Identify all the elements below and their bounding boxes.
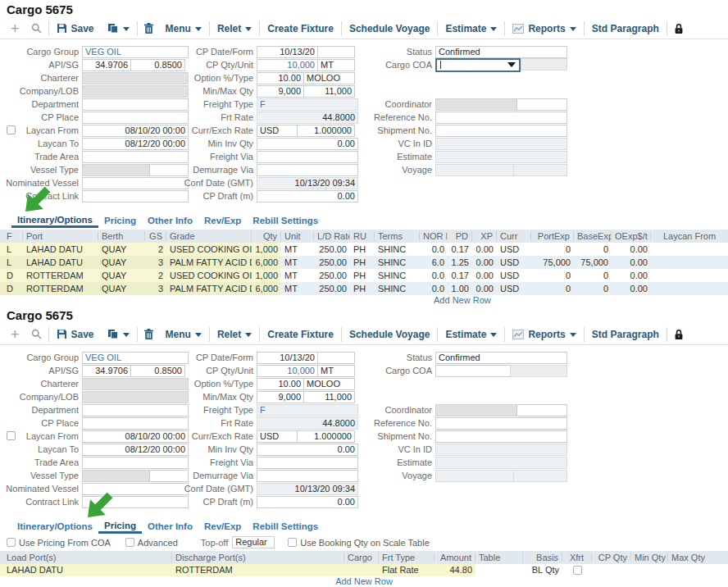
tab[interactable]: Rev/Exp	[198, 521, 247, 534]
advanced-checkbox[interactable]: Advanced	[125, 538, 178, 548]
column-header[interactable]: Table	[475, 553, 523, 562]
laycan-checkbox[interactable]	[7, 431, 16, 440]
cp-draft-input[interactable]: 0.00	[257, 496, 358, 508]
column-header[interactable]: Qty	[252, 231, 281, 241]
freight-via-input[interactable]	[257, 457, 358, 469]
use-booking-qty-checkbox[interactable]: Use Booking Qty on Scale Table	[288, 538, 430, 548]
save-button[interactable]: Save	[50, 23, 101, 34]
itinerary-row[interactable]: LLAHAD DATUQUAY3PALM FATTY ACID D6,000MT…	[0, 256, 728, 269]
cargo-coa-combobox[interactable]	[435, 58, 521, 72]
column-header[interactable]: BaseExp	[574, 231, 612, 241]
cargo-coa-input[interactable]	[435, 365, 511, 377]
column-header[interactable]: OExp$/t	[612, 231, 651, 241]
column-header[interactable]: F	[0, 231, 23, 241]
coordinator-extra-input[interactable]	[516, 98, 567, 111]
itinerary-row[interactable]: DROTTERDAMQUAY2USED COOKING OIL1,000MT25…	[0, 269, 728, 282]
menu-button[interactable]: Menu	[159, 23, 208, 34]
xfrt-checkbox[interactable]	[573, 566, 582, 575]
min-inv-qty-input[interactable]: 0.00	[257, 444, 358, 456]
add-button[interactable]: +	[5, 21, 25, 36]
column-header[interactable]: PortExp	[531, 231, 574, 241]
cp-date-input[interactable]: 10/13/20	[257, 352, 318, 364]
exch-rate-input[interactable]: 1.000000	[297, 430, 355, 443]
reports-button[interactable]: Reports	[506, 23, 582, 34]
search-button[interactable]	[25, 23, 48, 34]
add-button[interactable]: +	[5, 327, 25, 342]
cp-draft-input[interactable]: 0.00	[257, 190, 358, 202]
demurrage-via-input[interactable]	[257, 164, 358, 176]
tab[interactable]: Rebill Settings	[247, 521, 324, 534]
create-fixture-button[interactable]: Create Fixture	[261, 329, 340, 340]
reference-no-input[interactable]	[435, 417, 567, 430]
cp-form-input[interactable]	[317, 46, 355, 58]
min-inv-qty-input[interactable]: 0.00	[257, 138, 358, 150]
estimate-button[interactable]: Estimate	[439, 329, 503, 340]
reference-no-input[interactable]	[435, 111, 567, 124]
column-header[interactable]: PD	[448, 231, 472, 241]
column-header[interactable]: Berth	[98, 231, 145, 241]
cp-unit-input[interactable]: MT	[317, 59, 355, 71]
lock-button[interactable]	[668, 23, 689, 34]
option-pct-input[interactable]: 10.00	[257, 72, 304, 84]
cp-form-input[interactable]	[317, 352, 355, 364]
column-header[interactable]: Max Qty	[668, 553, 708, 562]
column-header[interactable]: CP Qty	[592, 553, 631, 562]
min-qty-input[interactable]: 9,000	[257, 391, 304, 403]
column-header[interactable]: Frt Type	[379, 553, 435, 562]
shipment-no-input[interactable]	[435, 430, 567, 443]
column-header[interactable]: Laycan From	[651, 231, 728, 241]
delete-button[interactable]	[139, 23, 159, 34]
tab[interactable]: Other Info	[142, 521, 198, 534]
option-pct-input[interactable]: 10.00	[257, 378, 304, 390]
cp-qty-input[interactable]: 10,000	[257, 365, 318, 377]
use-pricing-from-coa-checkbox[interactable]: Use Pricing From COA	[7, 538, 111, 548]
max-qty-input[interactable]: 11,000	[303, 85, 355, 98]
option-type-input[interactable]: MOLOO	[303, 378, 355, 390]
demurrage-via-input[interactable]	[257, 470, 358, 482]
column-header[interactable]: GS	[145, 231, 166, 241]
search-button[interactable]	[25, 329, 48, 339]
column-header[interactable]: Cargo	[344, 553, 379, 562]
column-header[interactable]: Grade	[166, 231, 252, 241]
std-paragraph-button[interactable]: Std Paragraph	[585, 23, 666, 34]
tab[interactable]: Pricing	[98, 216, 142, 228]
lock-button[interactable]	[668, 329, 689, 340]
tab[interactable]: Other Info	[142, 216, 198, 228]
column-header[interactable]: RU	[350, 231, 375, 241]
schedule-voyage-button[interactable]: Schedule Voyage	[343, 23, 436, 34]
copy-dropdown-button[interactable]	[101, 23, 136, 34]
column-header[interactable]: Amount	[435, 553, 475, 562]
coordinator-extra-input[interactable]	[516, 404, 567, 416]
column-header[interactable]: L/D Rate	[314, 231, 350, 241]
status-input[interactable]: Confirmed	[435, 46, 567, 58]
freight-via-input[interactable]	[257, 151, 358, 163]
delete-button[interactable]	[139, 329, 159, 339]
estimate-button[interactable]: Estimate	[439, 23, 503, 34]
create-fixture-button[interactable]: Create Fixture	[261, 23, 340, 34]
tab[interactable]: Rev/Exp	[198, 216, 247, 228]
tab[interactable]: Pricing	[98, 521, 142, 534]
column-header[interactable]: Load Port(s)	[0, 553, 172, 562]
column-header[interactable]: Discharge Port(s)	[172, 553, 344, 562]
pricing-row[interactable]: LAHAD DATU ROTTERDAM Flat Rate 44.80 BL …	[0, 564, 728, 576]
column-header[interactable]: Xfrt	[562, 553, 592, 562]
cp-qty-input[interactable]: 10,000	[257, 59, 318, 71]
max-qty-input[interactable]: 11,000	[303, 391, 355, 403]
column-header[interactable]: Basis	[523, 553, 562, 562]
column-header[interactable]: XP	[472, 231, 497, 241]
column-header[interactable]: NOR Hrs	[420, 231, 448, 241]
relet-button[interactable]: Relet	[211, 329, 258, 340]
tab[interactable]: Itinerary/Options	[11, 215, 98, 228]
itinerary-row[interactable]: LLAHAD DATUQUAY2USED COOKING OIL1,000MT2…	[0, 243, 728, 256]
add-new-row-link[interactable]: Add New Row	[434, 295, 728, 306]
column-header[interactable]: Terms	[375, 231, 420, 241]
menu-button[interactable]: Menu	[159, 329, 208, 340]
min-qty-input[interactable]: 9,000	[257, 85, 304, 98]
relet-button[interactable]: Relet	[211, 23, 258, 34]
exch-rate-input[interactable]: 1.000000	[297, 125, 355, 137]
column-header[interactable]: Curr	[497, 231, 531, 241]
curr-input[interactable]: USD	[257, 430, 298, 443]
column-header[interactable]: Port	[23, 231, 98, 241]
shipment-no-input[interactable]	[435, 125, 567, 137]
copy-dropdown-button[interactable]	[101, 329, 136, 339]
